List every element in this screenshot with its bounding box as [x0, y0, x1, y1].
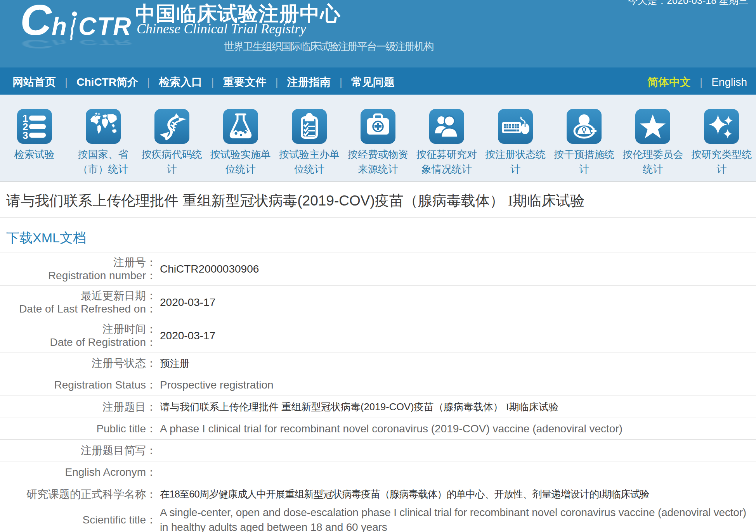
svg-text:3: 3	[23, 130, 28, 141]
